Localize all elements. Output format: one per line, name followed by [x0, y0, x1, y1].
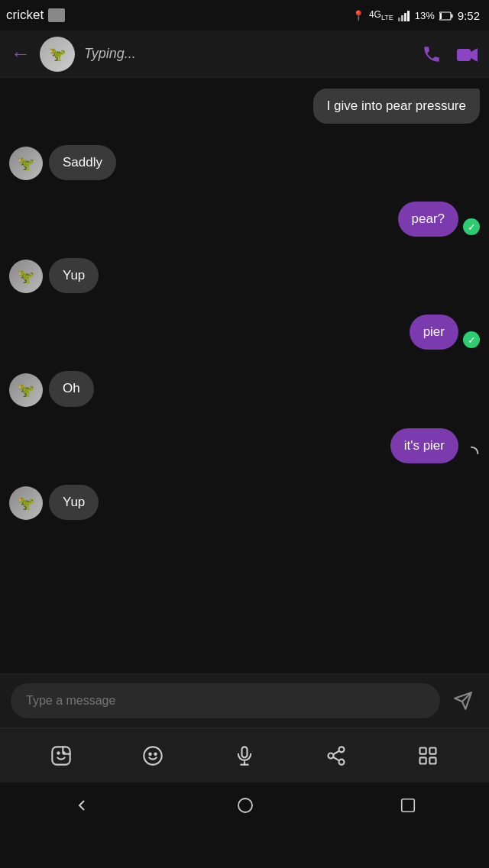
svg-rect-0 [398, 18, 400, 21]
sticker-icon[interactable] [50, 745, 72, 766]
call-button[interactable] [422, 44, 442, 64]
svg-rect-27 [420, 757, 426, 763]
svg-rect-1 [401, 15, 403, 21]
svg-rect-17 [242, 747, 248, 757]
message-row: I give into pear pressure [9, 89, 480, 124]
svg-rect-6 [440, 13, 442, 19]
svg-rect-28 [429, 757, 436, 763]
back-nav-button[interactable] [73, 795, 91, 815]
svg-rect-3 [407, 11, 410, 21]
app-name: cricket [6, 8, 44, 23]
svg-point-22 [339, 759, 345, 764]
svg-line-24 [333, 750, 339, 754]
message-text: I give into pear pressure [327, 98, 466, 113]
status-right: 📍 4GLTE 13% 9:52 [352, 9, 480, 22]
sender-avatar: 🦖 [9, 486, 43, 520]
chat-messages: I give into pear pressure 🦖 Saddly pear?… [0, 78, 489, 673]
location-icon: 📍 [352, 10, 364, 21]
message-bubble: Saddly [49, 145, 116, 180]
message-row: it's pier [9, 428, 480, 463]
status-bar: cricket 📍 4GLTE 13% 9:52 [0, 0, 489, 31]
back-button[interactable]: ← [11, 42, 31, 66]
svg-rect-7 [457, 49, 471, 61]
message-text: pier [423, 324, 445, 339]
microphone-icon[interactable] [234, 745, 255, 766]
dino-icon: 🦖 [18, 495, 34, 511]
message-row: 🦖 Yup [9, 258, 480, 293]
message-input[interactable] [11, 683, 440, 718]
svg-line-23 [333, 757, 339, 760]
header-actions [422, 44, 478, 64]
sender-avatar: 🦖 [9, 260, 43, 293]
svg-rect-11 [52, 747, 70, 764]
message-bubble: Oh [49, 371, 94, 406]
contact-avatar: 🦖 [40, 37, 75, 72]
dino-icon: 🦖 [18, 268, 34, 285]
message-bubble: pear? [398, 202, 458, 237]
svg-rect-30 [402, 799, 415, 812]
status-left: cricket [6, 8, 65, 23]
svg-point-12 [57, 752, 59, 753]
svg-point-29 [238, 799, 252, 812]
send-button[interactable] [448, 686, 478, 716]
message-status-tick: ✓ [463, 218, 480, 235]
message-text: Yup [63, 268, 85, 282]
message-text: Oh [63, 381, 80, 395]
message-row: 🦖 Saddly [9, 145, 480, 180]
apps-icon[interactable] [417, 745, 439, 766]
message-status-tick: ✓ [463, 331, 480, 348]
svg-point-15 [149, 753, 151, 754]
share-icon[interactable] [325, 745, 347, 766]
network-indicator: 4GLTE [369, 9, 393, 21]
svg-point-14 [144, 747, 161, 764]
emoji-icon[interactable] [142, 745, 164, 766]
sender-avatar: 🦖 [9, 147, 43, 180]
message-status-sending [463, 445, 480, 462]
message-input-area [0, 673, 489, 728]
svg-rect-25 [420, 747, 426, 753]
message-row: 🦖 Oh [9, 371, 480, 406]
video-call-button[interactable] [457, 44, 478, 64]
svg-point-21 [329, 753, 334, 758]
battery-label: 13% [415, 10, 435, 21]
signal-icon [398, 9, 410, 21]
dino-icon: 🦖 [18, 155, 34, 172]
message-row: pear? ✓ [9, 202, 480, 237]
dino-icon: 🦖 [49, 46, 66, 63]
svg-point-16 [154, 753, 156, 754]
message-text: Yup [63, 495, 85, 509]
svg-rect-26 [429, 747, 436, 753]
message-text: pear? [412, 211, 445, 226]
dino-icon: 🦖 [18, 382, 34, 399]
message-text: Saddly [63, 155, 102, 169]
message-row: 🦖 Yup [9, 485, 480, 520]
message-bubble: I give into pear pressure [313, 89, 480, 124]
message-bubble: pier [410, 315, 458, 350]
svg-marker-8 [471, 48, 478, 62]
time-label: 9:52 [458, 9, 480, 22]
notification-icon [48, 8, 65, 22]
svg-point-20 [339, 747, 345, 752]
message-bubble: Yup [49, 485, 99, 520]
home-nav-button[interactable] [236, 795, 254, 815]
keyboard-toolbar [0, 728, 489, 782]
recents-nav-button[interactable] [400, 795, 416, 815]
svg-rect-5 [451, 15, 452, 18]
sender-avatar: 🦖 [9, 373, 43, 407]
chat-header: ← 🦖 Typing... [0, 31, 489, 78]
message-text: it's pier [404, 438, 445, 453]
nav-bar [0, 782, 489, 827]
battery-icon [439, 10, 453, 21]
message-bubble: Yup [49, 258, 99, 293]
message-bubble: it's pier [390, 428, 458, 463]
svg-rect-2 [404, 13, 406, 21]
message-row: pier ✓ [9, 315, 480, 350]
typing-status: Typing... [84, 46, 413, 62]
